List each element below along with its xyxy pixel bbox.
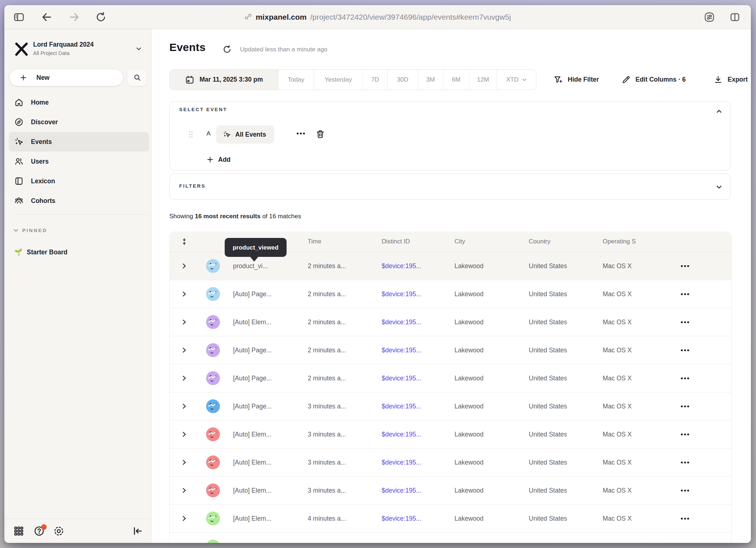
distinct-id-link[interactable]: $device:195... [382,420,454,448]
row-expand-button[interactable] [181,459,188,466]
export-button[interactable]: Export [713,69,748,90]
row-more-button[interactable]: ••• [681,318,690,326]
table-row[interactable]: [Auto] Elem... 3 minutes a... $device:19… [170,449,731,477]
search-button[interactable] [127,69,147,86]
row-expand-button[interactable] [181,291,188,297]
row-expand-button[interactable] [181,515,188,522]
column-operating-system[interactable]: Operating S [603,231,676,252]
chevron-down-icon[interactable] [716,184,722,190]
edit-columns-button[interactable]: Edit Columns · 6 [621,69,686,90]
row-more-button[interactable]: ••• [681,430,690,438]
distinct-id-link[interactable]: $device:195... [382,252,454,280]
address-bar[interactable]: mixpanel.com/project/3472420/view/397469… [244,5,511,29]
collapse-rows-icon[interactable] [170,231,198,252]
sidebar-item-starter-board[interactable]: 🌱 Starter Board [9,244,149,261]
preset-6m[interactable]: 6M [443,70,469,90]
sidebar-toggle-icon[interactable] [13,11,25,23]
row-more-button[interactable]: ••• [681,402,690,410]
refresh-icon[interactable] [222,44,232,54]
reload-button[interactable] [95,11,107,23]
table-row[interactable]: [Auto] Page... 2 minutes a... $device:19… [170,364,731,392]
column-time[interactable]: Time [308,231,382,252]
preset-today[interactable]: Today [278,70,314,90]
sidebar-item-lexicon[interactable]: Lexicon [9,171,149,191]
table-row[interactable]: [Auto] Elem... 3 minutes a... $device:19… [170,477,731,505]
forward-button[interactable] [68,11,80,23]
add-event-button[interactable]: Add [206,153,231,167]
row-more-button[interactable]: ••• [681,514,690,522]
preset-7d[interactable]: 7D [363,70,387,90]
table-row[interactable] [170,533,731,543]
column-country[interactable]: Country [529,231,603,252]
event-name-cell[interactable]: [Auto] Page... [228,280,308,308]
os-cell: Mac OS X [603,308,676,336]
distinct-id-link[interactable]: $device:195... [382,449,454,476]
row-expand-button[interactable] [181,403,188,410]
help-button[interactable] [34,525,45,537]
preset-12m[interactable]: 12M [469,70,497,90]
sidebar-item-cohorts[interactable]: Cohorts [9,191,149,211]
column-distinct-id[interactable]: Distinct ID [382,231,454,252]
sidebar-item-events[interactable]: Events [9,132,149,152]
distinct-id-link[interactable]: $device:195... [382,364,454,392]
preset-3m[interactable]: 3M [418,70,443,90]
sidebar-item-users[interactable]: Users [9,152,149,171]
event-options-button[interactable]: ••• [296,129,306,137]
new-button[interactable]: New [9,69,123,86]
table-row[interactable]: [Auto] Page... 3 minutes a... $device:19… [170,392,731,420]
distinct-id-link[interactable]: $device:195... [382,505,454,532]
sidebar-item-home[interactable]: Home [9,93,149,112]
event-name-cell[interactable]: [Auto] Page... [228,364,308,392]
country-cell: United States [529,477,603,504]
event-name-cell[interactable]: [Auto] Elem... [228,420,308,448]
distinct-id-link[interactable]: $device:195... [382,392,454,420]
preset-yesterday[interactable]: Yesterday [314,70,363,90]
row-expand-button[interactable] [181,431,188,438]
preset-30d[interactable]: 30D [387,70,418,90]
distinct-id-link[interactable]: $device:195... [382,477,454,504]
apps-grid-icon[interactable] [13,525,24,537]
collapse-sidebar-icon[interactable] [132,525,143,537]
distinct-id-link[interactable]: $device:195... [382,336,454,364]
distinct-id-link[interactable]: $device:195... [382,280,454,308]
distinct-id-link[interactable]: $device:195... [382,308,454,336]
row-more-button[interactable]: ••• [681,458,690,466]
split-view-icon[interactable] [729,12,740,23]
row-expand-button[interactable] [181,319,188,325]
gear-icon[interactable] [53,525,64,537]
table-row[interactable]: [Auto] Page... 2 minutes a... $device:19… [170,336,731,364]
event-name-cell[interactable]: [Auto] Elem... [228,449,308,476]
row-more-button[interactable]: ••• [681,486,690,494]
row-expand-button[interactable] [181,347,188,353]
os-cell: Mac OS X [603,280,676,308]
preset-xtd[interactable]: XTD [497,70,536,90]
row-expand-button[interactable] [181,375,188,381]
hide-filter-button[interactable]: Hide Filter [554,69,599,90]
event-name-cell[interactable]: [Auto] Elem... [228,477,308,504]
drag-handle-icon[interactable] [188,130,194,139]
table-row[interactable]: [Auto] Elem... 3 minutes a... $device:19… [170,420,731,449]
page-settings-icon[interactable] [704,12,715,23]
event-name-cell[interactable]: [Auto] Page... [228,336,308,364]
row-expand-button[interactable] [181,487,188,494]
pinned-section-toggle[interactable]: PINNED [13,225,47,235]
date-range-button[interactable]: Mar 11, 2025 3:30 pm [170,70,278,90]
column-city[interactable]: City [454,231,529,252]
workspace-switcher[interactable]: Lord Farquaad 2024 All Project Data [13,40,145,59]
event-name-cell[interactable]: [Auto] Elem... [228,505,308,532]
row-more-button[interactable]: ••• [681,346,690,354]
row-more-button[interactable]: ••• [681,290,690,298]
back-button[interactable] [41,11,52,23]
table-row[interactable]: [Auto] Page... 2 minutes a... $device:19… [170,280,731,308]
sidebar-item-discover[interactable]: Discover [9,112,149,132]
row-more-button[interactable]: ••• [681,374,690,382]
event-selector-chip[interactable]: All Events [216,125,274,144]
event-name-cell[interactable]: [Auto] Page... [228,392,308,420]
table-row[interactable]: [Auto] Elem... 4 minutes a... $device:19… [170,505,731,533]
trash-icon[interactable] [315,129,325,139]
row-expand-button[interactable] [181,263,188,269]
table-row[interactable]: [Auto] Elem... 2 minutes a... $device:19… [170,308,731,336]
chevron-up-icon[interactable] [716,108,722,114]
row-more-button[interactable]: ••• [681,262,690,270]
event-name-cell[interactable]: [Auto] Elem... [228,308,308,336]
